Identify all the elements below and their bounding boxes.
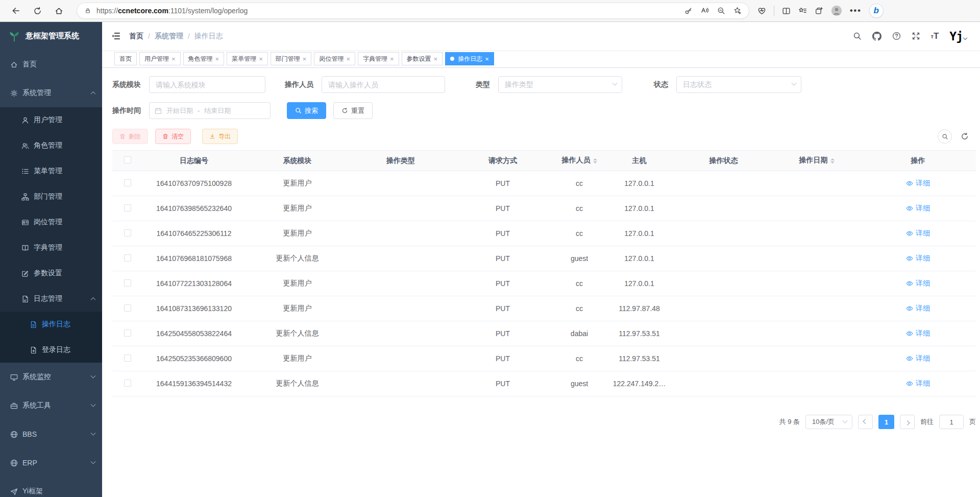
sidebar-item-dept-mgmt[interactable]: 部门管理 <box>0 184 102 209</box>
sidebar-toggle-hamburger-icon[interactable] <box>102 31 129 41</box>
fullscreen-icon[interactable] <box>912 32 920 40</box>
browser-refresh-icon[interactable] <box>29 2 46 19</box>
row-checkbox[interactable] <box>124 354 131 362</box>
tab-post-mgmt[interactable]: 岗位管理× <box>314 52 355 65</box>
col-date-sortable[interactable]: 操作日期 <box>773 151 860 171</box>
export-button[interactable]: 导出 <box>202 129 238 144</box>
add-favorite-icon[interactable] <box>733 7 742 15</box>
browser-essentials-icon[interactable] <box>757 7 766 15</box>
tab-dept-mgmt[interactable]: 部门管理× <box>271 52 312 65</box>
breadcrumb-home[interactable]: 首页 <box>129 32 143 41</box>
copilot-bing-icon[interactable]: b <box>869 4 884 18</box>
search-button[interactable]: 搜索 <box>287 102 326 119</box>
detail-link[interactable]: 详细 <box>906 354 930 363</box>
github-icon[interactable] <box>872 32 881 41</box>
split-screen-icon[interactable] <box>782 7 791 15</box>
settings-more-icon[interactable]: ••• <box>850 6 862 15</box>
sort-carets-icon[interactable] <box>593 156 597 165</box>
detail-link[interactable]: 详细 <box>906 254 930 263</box>
row-checkbox[interactable] <box>124 254 131 262</box>
close-icon[interactable]: × <box>346 56 350 62</box>
refresh-table-icon[interactable] <box>961 132 969 140</box>
sidebar-item-oper-log[interactable]: 操作日志 <box>0 312 102 337</box>
sidebar-item-system-tools[interactable]: 系统工具 <box>0 391 102 420</box>
lock-icon[interactable] <box>84 7 91 14</box>
delete-button[interactable]: 删除 <box>112 129 148 144</box>
close-icon[interactable]: × <box>434 56 438 62</box>
reset-button[interactable]: 重置 <box>333 102 373 119</box>
read-aloud-icon[interactable] <box>701 7 709 15</box>
sidebar-item-param-settings[interactable]: 参数设置 <box>0 261 102 286</box>
current-page-button[interactable]: 1 <box>878 415 894 429</box>
close-icon[interactable]: × <box>485 56 489 62</box>
detail-link[interactable]: 详细 <box>906 379 930 388</box>
breadcrumb-system-mgmt[interactable]: 系统管理 <box>155 32 183 41</box>
detail-link[interactable]: 详细 <box>906 279 930 288</box>
help-icon[interactable] <box>892 32 901 40</box>
tab-user-mgmt[interactable]: 用户管理× <box>139 52 181 65</box>
font-size-icon[interactable]: тT <box>931 31 939 41</box>
search-icon[interactable] <box>853 32 862 40</box>
sidebar-item-log-mgmt[interactable]: 日志管理 <box>0 286 102 312</box>
detail-link[interactable]: 详细 <box>906 229 930 238</box>
zoom-out-icon[interactable] <box>717 7 725 15</box>
goto-page-input[interactable] <box>939 415 964 429</box>
address-bar[interactable]: https://ccnetcore.com:1101/system/log/op… <box>77 3 749 19</box>
browser-back-icon[interactable] <box>7 2 24 19</box>
next-page-button[interactable] <box>900 415 915 429</box>
row-checkbox[interactable] <box>124 179 131 186</box>
sidebar-item-user-mgmt[interactable]: 用户管理 <box>0 107 102 133</box>
collections-icon[interactable] <box>815 7 823 15</box>
type-select[interactable]: 操作类型 <box>498 76 622 93</box>
toggle-search-icon[interactable] <box>938 129 952 144</box>
sidebar-item-dict-mgmt[interactable]: 字典管理 <box>0 235 102 261</box>
date-range-picker[interactable]: 开始日期 - 结束日期 <box>149 102 271 119</box>
clear-button[interactable]: 清空 <box>155 129 191 144</box>
tab-param-settings[interactable]: 参数设置× <box>402 52 443 65</box>
page-size-select[interactable]: 10条/页 <box>805 415 852 429</box>
key-icon[interactable] <box>684 7 693 15</box>
prev-page-button[interactable] <box>858 415 873 429</box>
sidebar-item-post-mgmt[interactable]: 岗位管理 <box>0 209 102 235</box>
detail-link[interactable]: 详细 <box>906 179 930 188</box>
row-checkbox[interactable] <box>124 279 131 287</box>
close-icon[interactable]: × <box>390 56 394 62</box>
profile-avatar-icon[interactable] <box>831 5 842 16</box>
sidebar-item-system-mgmt[interactable]: 系统管理 <box>0 79 102 107</box>
user-menu[interactable]: Yj <box>949 30 967 43</box>
tab-oper-log[interactable]: 操作日志× <box>445 52 494 65</box>
row-checkbox[interactable] <box>124 229 131 236</box>
status-select[interactable]: 日志状态 <box>676 76 801 93</box>
row-checkbox[interactable] <box>124 329 131 337</box>
sidebar-item-login-log[interactable]: 登录日志 <box>0 337 102 363</box>
browser-home-icon[interactable] <box>50 2 67 19</box>
row-checkbox[interactable] <box>124 304 131 312</box>
module-input[interactable] <box>149 76 265 93</box>
row-checkbox[interactable] <box>124 204 131 211</box>
col-operator-sortable[interactable]: 操作人员 <box>554 151 605 171</box>
sort-carets-icon[interactable] <box>830 156 835 165</box>
sidebar-item-erp[interactable]: ERP <box>0 448 102 477</box>
sidebar-item-role-mgmt[interactable]: 角色管理 <box>0 133 102 158</box>
detail-link[interactable]: 详细 <box>906 304 930 313</box>
sidebar-item-menu-mgmt[interactable]: 菜单管理 <box>0 158 102 184</box>
tab-dict-mgmt[interactable]: 字典管理× <box>358 52 399 65</box>
sidebar-item-home[interactable]: 首页 <box>0 50 102 79</box>
row-checkbox[interactable] <box>124 380 131 387</box>
detail-link[interactable]: 详细 <box>906 329 930 338</box>
favorites-icon[interactable] <box>798 7 807 15</box>
tab-menu-mgmt[interactable]: 菜单管理× <box>227 52 268 65</box>
close-icon[interactable]: × <box>215 56 219 62</box>
close-icon[interactable]: × <box>303 56 307 62</box>
tab-role-mgmt[interactable]: 角色管理× <box>183 52 225 65</box>
close-icon[interactable]: × <box>172 56 176 62</box>
detail-link[interactable]: 详细 <box>906 204 930 213</box>
select-all-checkbox[interactable] <box>124 156 131 163</box>
tab-home[interactable]: 首页 <box>114 52 137 65</box>
close-icon[interactable]: × <box>259 56 263 62</box>
select-all-header[interactable] <box>112 151 143 171</box>
sidebar-item-system-monitor[interactable]: 系统监控 <box>0 363 102 391</box>
sidebar-item-bbs[interactable]: BBS <box>0 420 102 448</box>
sidebar-item-yi-framework[interactable]: Yi框架 <box>0 477 102 497</box>
operator-input[interactable] <box>322 76 445 93</box>
